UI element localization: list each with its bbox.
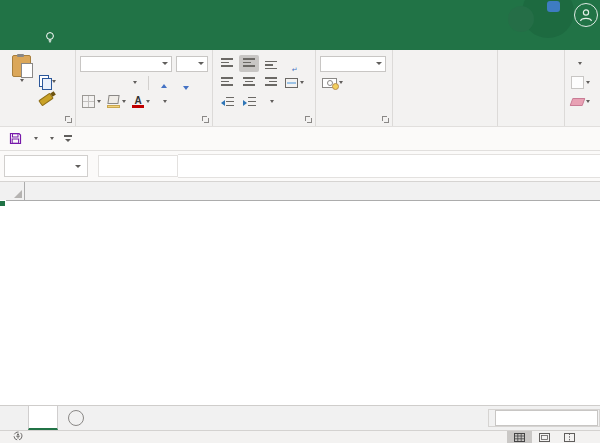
align-bottom-button[interactable] — [261, 55, 281, 72]
font-color-button[interactable]: A — [130, 93, 152, 110]
font-size-select[interactable] — [176, 56, 208, 72]
fill-color-icon — [107, 95, 120, 108]
fill-down-icon — [571, 76, 584, 89]
sheet-tab-sheet1[interactable] — [28, 406, 58, 430]
sheet-nav-right-icon[interactable] — [14, 406, 28, 430]
align-left-button[interactable] — [217, 74, 237, 91]
accessibility-icon — [13, 431, 23, 443]
title-bar — [0, 0, 600, 28]
fill-button[interactable] — [569, 74, 592, 91]
chevron-down-icon — [133, 81, 137, 84]
copy-button[interactable] — [38, 73, 57, 89]
chevron-down-icon — [75, 165, 81, 168]
chevron-down-icon — [122, 100, 126, 103]
view-page-layout-button[interactable] — [532, 431, 557, 443]
clipboard-dialog-launcher[interactable] — [64, 115, 73, 124]
italic-button[interactable] — [102, 74, 122, 91]
cells-group — [498, 50, 565, 126]
tell-me[interactable] — [44, 28, 62, 50]
sheet-nav-left-icon[interactable] — [0, 406, 14, 430]
scrollbar-thumb[interactable] — [495, 410, 598, 426]
increase-decimal-button[interactable] — [320, 93, 340, 110]
number-format-select[interactable] — [320, 56, 386, 72]
view-page-break-button[interactable] — [557, 431, 582, 443]
clear-button[interactable] — [569, 93, 592, 110]
save-button[interactable] — [6, 129, 25, 149]
increase-indent-icon — [243, 97, 256, 107]
fill-color-button[interactable] — [105, 93, 128, 110]
selected-cell[interactable] — [0, 201, 4, 205]
formula-bar — [0, 151, 600, 182]
font-dialog-launcher[interactable] — [201, 115, 210, 124]
decrease-decimal-button[interactable] — [342, 93, 362, 110]
font-color-icon: A — [132, 96, 144, 108]
styles-group — [393, 50, 498, 126]
user-avatar-icon[interactable] — [574, 3, 598, 27]
alignment-dialog-launcher[interactable] — [304, 115, 313, 124]
autosum-button[interactable] — [569, 55, 589, 72]
redo-button[interactable] — [45, 129, 57, 149]
chevron-down-icon — [376, 62, 382, 65]
undo-button[interactable] — [29, 129, 41, 149]
font-group: A — [76, 50, 213, 126]
number-dialog-launcher[interactable] — [381, 115, 390, 124]
ribbon-home: A — [0, 50, 600, 127]
alignment-group — [213, 50, 316, 126]
divider — [148, 76, 149, 90]
chevron-down-icon — [146, 100, 150, 103]
cut-button[interactable] — [38, 55, 57, 71]
status-bar — [0, 430, 600, 443]
quick-access-toolbar — [0, 127, 600, 151]
column-headers — [0, 182, 600, 201]
excel-window: A — [0, 0, 600, 443]
name-box[interactable] — [4, 155, 88, 177]
format-painter-button[interactable] — [38, 91, 57, 107]
increase-indent-button[interactable] — [239, 93, 259, 110]
phonetic-guide-button[interactable] — [154, 93, 174, 110]
worksheet-grid — [0, 182, 600, 405]
percent-style-button[interactable] — [347, 74, 367, 91]
increase-font-size-button[interactable] — [153, 74, 173, 91]
chevron-down-icon — [578, 62, 582, 65]
clipboard-paste-icon — [12, 55, 31, 77]
decrease-indent-icon — [221, 97, 234, 107]
align-right-button[interactable] — [261, 74, 281, 91]
horizontal-scrollbar[interactable] — [488, 409, 600, 427]
formula-input[interactable] — [178, 154, 600, 178]
font-name-select[interactable] — [80, 56, 172, 72]
editing-group — [565, 50, 600, 126]
comma-style-button[interactable] — [369, 74, 389, 91]
sheetbar-right — [476, 406, 600, 430]
fill-handle[interactable] — [0, 200, 6, 207]
titlebar-decoration — [508, 6, 534, 32]
align-middle-button[interactable] — [239, 55, 259, 72]
chevron-down-icon — [50, 137, 54, 140]
underline-button[interactable] — [124, 74, 144, 91]
lightbulb-icon — [44, 31, 56, 47]
chevron-down-icon — [339, 81, 343, 84]
customize-qat-button[interactable] — [61, 129, 75, 149]
formula-buttons — [98, 155, 178, 177]
money-icon — [322, 78, 337, 88]
page-layout-icon — [539, 433, 550, 442]
paste-button[interactable] — [4, 54, 38, 110]
plus-icon — [68, 410, 84, 426]
tab-file[interactable] — [4, 28, 28, 50]
view-normal-button[interactable] — [507, 431, 532, 443]
merge-center-button[interactable] — [283, 74, 306, 91]
clipboard-group — [0, 50, 76, 126]
align-top-button[interactable] — [217, 55, 237, 72]
select-all-corner[interactable] — [0, 182, 25, 200]
bold-button[interactable] — [80, 74, 100, 91]
add-sheet-button[interactable] — [68, 406, 84, 430]
accounting-format-button[interactable] — [320, 74, 345, 91]
orientation-button[interactable] — [261, 93, 281, 110]
merge-center-icon — [285, 78, 298, 88]
wrap-text-button[interactable] — [283, 55, 303, 72]
borders-icon — [82, 95, 95, 108]
decrease-indent-button[interactable] — [217, 93, 237, 110]
borders-button[interactable] — [80, 93, 103, 110]
align-center-button[interactable] — [239, 74, 259, 91]
decrease-font-size-button[interactable] — [175, 74, 195, 91]
sheet-tab-bar — [0, 405, 600, 430]
